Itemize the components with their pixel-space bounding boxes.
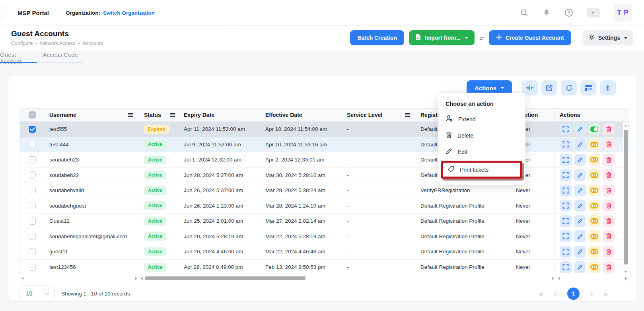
row-checkbox[interactable] [29,264,36,271]
first-page-button[interactable]: « [539,290,543,297]
import-from-button[interactable]: x Import from... [409,30,475,45]
fullscreen-icon[interactable] [560,200,572,212]
scroll-right-icon[interactable] [552,277,554,280]
delete-trash-icon[interactable] [603,261,615,273]
prev-page-button[interactable]: ‹ [554,290,556,297]
edit-pencil-icon[interactable] [574,246,586,258]
settings-button[interactable]: Settings [583,30,633,45]
notifications-bell-icon[interactable] [542,8,551,17]
scrollbar-thumb[interactable] [145,276,305,280]
columns-icon[interactable] [580,80,596,95]
column-menu-icon[interactable] [128,113,133,117]
scroll-left-icon[interactable] [558,277,560,280]
delete-trash-icon[interactable] [603,230,615,242]
toggle-icon[interactable] [588,185,600,196]
video-tutorial-icon[interactable] [587,8,600,17]
fullscreen-icon[interactable] [560,230,572,242]
row-checkbox[interactable] [29,248,36,255]
table-row[interactable]: soudabeh22 Active Jun 28, 2024 5:27:00 a… [20,168,629,183]
toggle-icon[interactable] [588,215,600,227]
delete-trash-icon[interactable] [603,200,615,212]
fullscreen-icon[interactable] [560,246,572,258]
edit-pencil-icon[interactable] [574,138,586,150]
row-checkbox[interactable] [29,141,36,148]
fullscreen-icon[interactable] [560,138,572,150]
column-header-service-level[interactable]: Service Level [347,112,383,118]
table-row[interactable]: test123456 Active Apr 28, 2024 8:49:00 p… [20,260,629,275]
menu-item-print-tickets[interactable]: Print tickets [441,161,522,179]
fullscreen-icon[interactable] [560,185,572,196]
organization-link[interactable]: Switch Organization [103,10,155,16]
create-guest-account-button[interactable]: Create Guest Account [489,30,571,45]
scroll-left-icon[interactable] [141,277,143,280]
edit-pencil-icon[interactable] [574,215,586,227]
batch-creation-button[interactable]: Batch Creation [350,30,404,45]
tab-access-code[interactable]: Access Code [38,51,83,64]
row-checkbox[interactable] [29,218,36,225]
delete-trash-icon[interactable] [603,169,615,181]
scroll-left-icon[interactable] [21,277,23,280]
open-in-new-icon[interactable] [541,80,557,95]
edit-pencil-icon[interactable] [574,154,586,166]
table-row[interactable]: soudabeh23 Active Jul 1, 2024 12:32:00 a… [20,152,629,168]
table-row[interactable]: test-444 Active Jul 9, 2024 11:52:00 am … [20,137,629,153]
edit-pencil-icon[interactable] [574,230,586,242]
menu-item-edit[interactable]: Edit [438,144,525,160]
menu-item-extend[interactable]: Extend [438,111,525,127]
table-row[interactable]: soudabehguest Active Jun 26, 2024 1:23:0… [20,198,629,214]
toggle-icon[interactable] [588,230,600,242]
edit-pencil-icon[interactable] [574,261,586,273]
sidebar-toggle-partial[interactable] [0,5,8,21]
row-checkbox[interactable] [29,126,36,133]
fullscreen-icon[interactable] [560,169,572,181]
page-size-select[interactable]: 10 [19,286,54,301]
delete-trash-icon[interactable] [603,185,615,196]
delete-trash-icon[interactable] [603,138,615,150]
row-checkbox[interactable] [29,156,36,163]
right-pane-scrollbar[interactable] [556,275,629,281]
scroll-right-icon[interactable] [135,277,137,280]
delete-trash-icon[interactable] [603,215,615,227]
delete-trash-icon[interactable] [603,123,615,135]
toggle-icon[interactable] [588,123,600,135]
edit-pencil-icon[interactable] [574,123,586,135]
export-icon[interactable] [600,80,616,95]
left-pane-scrollbar[interactable] [20,275,139,281]
help-icon[interactable]: ? [564,8,573,17]
table-row[interactable]: Guest12 Active Jun 25, 2024 2:01:00 am M… [20,214,629,229]
scroll-up-icon[interactable] [624,124,627,126]
select-all-checkbox[interactable] [29,111,36,119]
fullscreen-icon[interactable] [560,154,572,166]
toggle-icon[interactable] [588,169,600,181]
avatar[interactable]: T P [614,4,632,22]
column-menu-icon[interactable] [170,113,175,117]
row-checkbox[interactable] [29,202,36,209]
toggle-icon[interactable] [588,246,600,258]
current-page-button[interactable]: 1 [567,288,580,300]
vertical-scrollbar[interactable] [623,122,628,274]
middle-pane-scrollbar[interactable] [139,275,556,281]
toggle-icon[interactable] [588,200,600,212]
last-page-button[interactable]: » [603,290,608,297]
next-page-button[interactable]: › [590,290,593,297]
toggle-icon[interactable] [588,138,600,150]
edit-pencil-icon[interactable] [574,200,586,212]
menu-item-delete[interactable]: Delete [438,127,525,144]
table-row[interactable]: test555 Expired Apr 11, 2024 11:53:00 am… [20,122,629,137]
breadcrumb-item[interactable]: Accounts [82,41,103,46]
column-menu-icon[interactable] [405,113,410,117]
toggle-icon[interactable] [588,261,600,273]
column-header-username[interactable]: Username [49,112,76,118]
scrollbar-thumb[interactable] [624,130,628,264]
row-checkbox[interactable] [29,233,36,240]
column-header-expiry[interactable]: Expiry Date [184,112,214,118]
tab-guest-account[interactable]: Guest Account [0,51,37,64]
table-row[interactable]: guest11 Active Jun 20, 2024 4:46:00 am M… [20,244,629,260]
breadcrumb-item[interactable]: Network Access [40,41,75,46]
row-checkbox[interactable] [29,171,36,179]
toggle-icon[interactable] [588,154,600,166]
breadcrumb-item[interactable]: Configure [11,41,33,46]
edit-pencil-icon[interactable] [574,169,586,181]
edit-pencil-icon[interactable] [574,185,586,196]
fullscreen-icon[interactable] [560,261,572,273]
